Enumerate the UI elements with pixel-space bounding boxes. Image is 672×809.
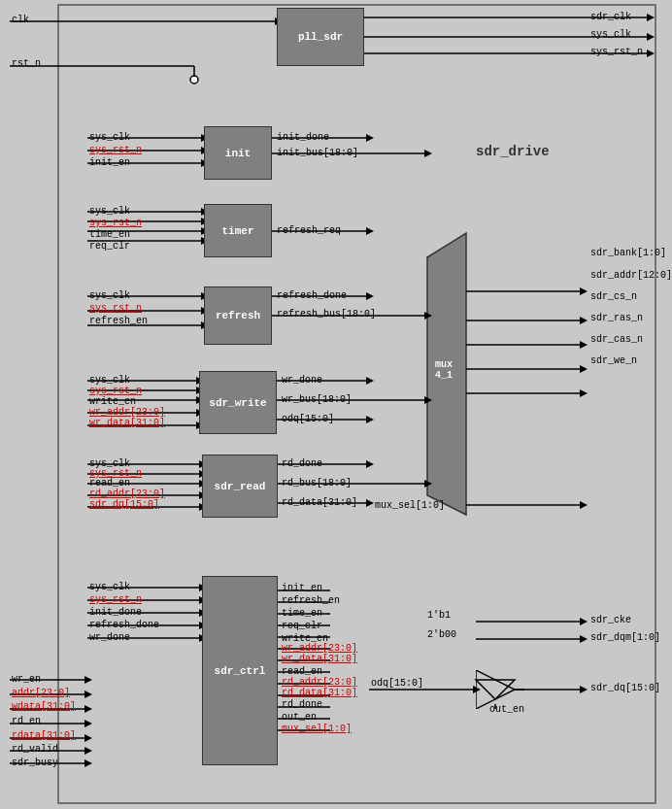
svg-marker-115 bbox=[580, 317, 588, 324]
ctrl-read-en: read_en bbox=[282, 666, 322, 677]
svg-marker-113 bbox=[580, 287, 588, 295]
svg-marker-90 bbox=[84, 705, 92, 713]
rd-data-out: rd_data[31:0] bbox=[282, 497, 357, 508]
wr-en-ext: wr_en bbox=[12, 674, 41, 685]
sdr-addr-out: sdr_addr[12:0] bbox=[590, 270, 672, 281]
wr-bus-out: wr_bus[18:0] bbox=[282, 394, 352, 405]
ctrl-time-en: time_en bbox=[282, 608, 322, 619]
refresh-req-out: refresh_req bbox=[277, 225, 341, 236]
odq-signal: odq[15:0] bbox=[371, 678, 423, 689]
sdr-ctrl-block: sdr_ctrl bbox=[202, 576, 278, 765]
svg-marker-74 bbox=[366, 499, 374, 507]
ctrl-wr-data: wr_data[31:0] bbox=[282, 654, 357, 664]
sdr-bank-out: sdr_bank[1:0] bbox=[590, 248, 666, 258]
svg-marker-98 bbox=[84, 759, 92, 767]
init-sys-rst-n: sys_rst_n bbox=[89, 145, 142, 155]
timer-sys-rst-n: sys_rst_n bbox=[89, 218, 142, 228]
addr-ext: addr[23:0] bbox=[12, 688, 70, 698]
init-label: init bbox=[225, 148, 251, 159]
sdr-dqm-out: sdr_dqm[1:0] bbox=[590, 632, 660, 643]
read-en: read_en bbox=[89, 478, 130, 489]
svg-point-5 bbox=[190, 76, 198, 84]
const-1b1: 1'b1 bbox=[427, 610, 451, 621]
refresh-sys-rst-n: sys_rst_n bbox=[89, 303, 142, 314]
refresh-sys-clk: sys_clk bbox=[89, 290, 130, 301]
svg-marker-58 bbox=[366, 416, 374, 423]
svg-marker-132 bbox=[580, 686, 588, 693]
svg-marker-123 bbox=[580, 501, 588, 509]
svg-marker-42 bbox=[424, 312, 432, 320]
mux-label: mux4_1 bbox=[435, 359, 453, 381]
ctrl-init-en: init_en bbox=[282, 583, 322, 593]
sdr-read-label: sdr_read bbox=[215, 481, 266, 492]
rdata-ext: rdata[31:0] bbox=[12, 730, 76, 741]
sdr-drive-label: sdr_drive bbox=[476, 144, 550, 159]
sdr-read-block: sdr_read bbox=[202, 455, 278, 518]
ctrl-refresh-done: refresh_done bbox=[89, 620, 159, 630]
timer-req-clr: req_clr bbox=[89, 241, 130, 252]
ctrl-sys-rst-n: sys_rst_n bbox=[89, 594, 142, 605]
rd-done-out: rd_done bbox=[282, 458, 322, 469]
svg-marker-121 bbox=[580, 389, 588, 397]
wdata-ext: wdata[31:0] bbox=[12, 701, 76, 712]
write-wr-data: wr_data[31:0] bbox=[89, 418, 165, 428]
rd-valid-ext: rd_valid bbox=[12, 744, 58, 755]
refresh-done-out: refresh_done bbox=[277, 290, 347, 301]
ctrl-init-done: init_done bbox=[89, 607, 142, 618]
ctrl-req-clr: req_clr bbox=[282, 621, 322, 631]
sdr-ctrl-label: sdr_ctrl bbox=[215, 665, 266, 677]
init-init-en: init_en bbox=[89, 157, 130, 168]
refresh-block: refresh bbox=[204, 287, 272, 345]
svg-marker-40 bbox=[366, 292, 374, 300]
sdr-cs-n-out: sdr_cs_n bbox=[590, 291, 637, 302]
svg-marker-70 bbox=[366, 460, 374, 468]
clk-signal: clk bbox=[12, 15, 29, 25]
sys-rst-n-out: sys_rst_n bbox=[590, 47, 643, 57]
ctrl-sys-clk: sys_clk bbox=[89, 582, 130, 592]
ctrl-wr-done: wr_done bbox=[89, 632, 130, 643]
ctrl-refresh-en: refresh_en bbox=[282, 595, 340, 606]
write-sys-rst-n: sys_rst_n bbox=[89, 386, 142, 396]
svg-marker-86 bbox=[84, 676, 92, 684]
svg-marker-127 bbox=[580, 635, 588, 643]
svg-marker-94 bbox=[84, 734, 92, 742]
init-sys-clk: sys_clk bbox=[89, 132, 130, 143]
ctrl-rd-addr: rd_addr[23:0] bbox=[282, 677, 357, 688]
svg-marker-54 bbox=[366, 377, 374, 385]
svg-marker-88 bbox=[84, 691, 92, 698]
rd-en-ext: rd_en bbox=[12, 716, 41, 726]
ctrl-out-en: out_en bbox=[282, 712, 317, 723]
refresh-label: refresh bbox=[216, 310, 260, 321]
svg-marker-11 bbox=[647, 50, 655, 57]
init-bus-out: init_bus[18:0] bbox=[277, 148, 358, 158]
write-en: write_en bbox=[89, 396, 136, 407]
sdr-we-n-out: sdr_we_n bbox=[590, 355, 637, 366]
sdr-dq-out: sdr_dq[15:0] bbox=[590, 683, 660, 693]
sdr-write-label: sdr_write bbox=[209, 397, 266, 409]
sdr-clk-out: sdr_clk bbox=[590, 12, 631, 22]
ctrl-mux-sel: mux_sel[1:0] bbox=[282, 724, 352, 734]
rst-n-signal: rst_n bbox=[12, 58, 41, 69]
svg-marker-125 bbox=[580, 618, 588, 625]
sdr-cas-n-out: sdr_cas_n bbox=[590, 334, 643, 345]
svg-marker-22 bbox=[424, 150, 432, 157]
write-wr-addr: wr_addr[23:0] bbox=[89, 407, 165, 418]
init-block: init bbox=[204, 126, 272, 180]
svg-marker-119 bbox=[580, 365, 588, 373]
read-rd-addr: rd_addr[23:0] bbox=[89, 489, 165, 499]
svg-marker-7 bbox=[647, 14, 655, 21]
refresh-bus-out: refresh_bus[18:0] bbox=[277, 309, 376, 320]
svg-marker-92 bbox=[84, 720, 92, 727]
svg-marker-96 bbox=[84, 747, 92, 755]
rd-bus-out: rd_bus[18:0] bbox=[282, 478, 352, 489]
ctrl-rd-data: rd_data[31:0] bbox=[282, 688, 357, 698]
wr-done-out: wr_done bbox=[282, 375, 322, 386]
const-2b00: 2'b00 bbox=[427, 629, 456, 640]
diagram: pll_sdr init timer refresh sdr_write sdr… bbox=[0, 0, 672, 809]
tri-buffer bbox=[476, 670, 524, 709]
write-sys-clk: sys_clk bbox=[89, 375, 130, 386]
timer-block: timer bbox=[204, 204, 272, 257]
ctrl-wr-addr: wr_addr[23:0] bbox=[282, 643, 357, 654]
svg-marker-32 bbox=[366, 227, 374, 235]
svg-marker-72 bbox=[424, 480, 432, 488]
